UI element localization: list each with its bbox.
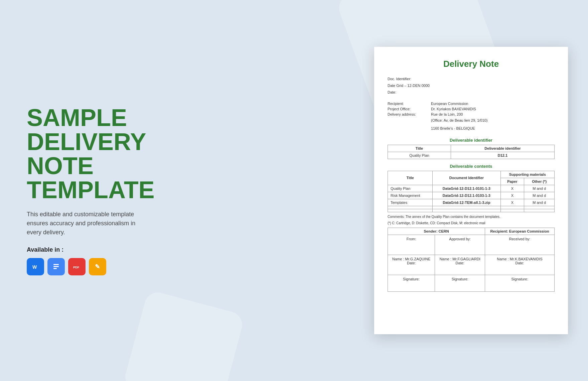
dc-row-other: M and d <box>524 192 555 199</box>
dc-row-other <box>524 209 555 212</box>
signature-table: Sender: CERN Recipient: European Commiss… <box>388 228 555 292</box>
dc-col-other: Other (*) <box>524 178 555 185</box>
left-panel: SAMPLE DELIVERY NOTE TEMPLATE This edita… <box>27 106 200 275</box>
dc-row-doc-id <box>433 209 500 212</box>
deliverable-identifier-heading: Deliverable identifier <box>388 138 555 143</box>
dc-col-title: Title <box>388 171 433 185</box>
doc-meta: Doc. Identifier: Date Grid – 12-DEN 0000… <box>388 76 555 96</box>
table-row: Name : Mr.G.ZAQUINE Date: Name : Mr.F.GA… <box>388 255 555 275</box>
table-row: Signature: Signature: Signature: <box>388 275 555 291</box>
pages-icon[interactable]: ✎ <box>89 258 106 275</box>
dc-row-doc-id: DataGrid-12-D12.1-0103-1-3 <box>433 192 500 199</box>
table-row: Quality Plan D12.1 <box>388 152 555 159</box>
dc-row-doc-id: DataGrid-12-TEM-all.1-3.zip <box>433 199 500 206</box>
docs-icon[interactable] <box>47 258 65 275</box>
dc-row-paper: X <box>500 199 524 206</box>
table-row: From: Approved by: Received by: <box>388 235 555 255</box>
project-office-value: Dr. Kyriakos BAXEVANIDIS <box>431 107 555 111</box>
pdf-icon[interactable]: PDF <box>68 258 86 275</box>
sig-approved-cell: Signature: <box>435 275 485 291</box>
deliverable-identifier-table: Title Deliverable identifier Quality Pla… <box>388 145 555 159</box>
recipient-label: Recipient: <box>388 102 431 106</box>
table-row <box>388 206 555 209</box>
dc-col-supporting: Supporting materials <box>500 171 554 178</box>
approved-cell: Approved by: <box>435 235 485 255</box>
di-row-id: D12.1 <box>451 152 554 159</box>
dc-col-doc-id: Document Identifier <box>433 171 500 185</box>
dc-row-title <box>388 206 433 209</box>
word-icon[interactable]: W <box>27 258 44 275</box>
format-icons-container: W PDF ✎ <box>27 258 200 275</box>
received-cell: Received by: <box>485 235 555 255</box>
document-title: Delivery Note <box>388 59 555 69</box>
recipient-row: Recipient: European Commission <box>388 102 555 106</box>
table-row: Risk Management DataGrid-12-D12.1-0103-1… <box>388 192 555 199</box>
project-office-label: Project Office: <box>388 107 431 111</box>
subtitle: This editable and customizable template … <box>27 210 200 237</box>
svg-text:PDF: PDF <box>73 266 80 269</box>
dc-row-other <box>524 206 555 209</box>
dc-row-title: Templates <box>388 199 433 206</box>
dc-row-paper <box>500 206 524 209</box>
svg-text:W: W <box>32 264 37 270</box>
dc-row-title: Risk Management <box>388 192 433 199</box>
delivery-address-row: Delivery address: Rue de la Loin, 200 <box>388 112 555 116</box>
di-col-id: Deliverable identifier <box>451 145 554 152</box>
name-from-cell: Name : Mr.G.ZAQUINE Date: <box>388 255 435 275</box>
comments-text: Comments: The annex of the Quality Plan … <box>388 215 555 219</box>
name-approved-cell: Name : Mr.F.GAGLIARDI Date: <box>435 255 485 275</box>
dc-row-title <box>388 209 433 212</box>
table-row: Quality Plan DataGrid-12-D12.1-0101-1-3 … <box>388 185 555 192</box>
di-row-title: Quality Plan <box>388 152 451 159</box>
delivery-address-extra: (Office: Av, de Beau lien 29, 1/010) 116… <box>431 118 555 131</box>
table-row <box>388 209 555 212</box>
svg-rect-5 <box>53 268 57 269</box>
main-title: SAMPLE DELIVERY NOTE TEMPLATE <box>27 106 200 202</box>
dc-row-doc-id: DataGrid-12-D12.1-0101-1-3 <box>433 185 500 192</box>
footnote-text: (*) C: Cartridge, D: Diskette, CD: Compa… <box>388 221 555 225</box>
sender-header: Sender: CERN <box>388 228 485 235</box>
dc-row-paper: X <box>500 192 524 199</box>
dc-row-doc-id <box>433 206 500 209</box>
delivery-address-line1: Rue de la Loin, 200 <box>431 112 555 116</box>
delivery-address-label: Delivery address: <box>388 112 431 116</box>
svg-rect-3 <box>53 264 59 265</box>
deliverable-contents-table: Title Document Identifier Supporting mat… <box>388 171 555 212</box>
dc-row-other: M and d <box>524 199 555 206</box>
available-label: Available in : <box>27 246 200 253</box>
deliverable-contents-heading: Deliverable contents <box>388 164 555 169</box>
recipient-value: European Commission <box>431 102 555 106</box>
dc-row-other: M and d <box>524 185 555 192</box>
name-received-cell: Name : Mr.K.BAXEVANIDIS Date: <box>485 255 555 275</box>
dc-row-title: Quality Plan <box>388 185 433 192</box>
table-row: Templates DataGrid-12-TEM-all.1-3.zip X … <box>388 199 555 206</box>
document-panel: Delivery Note Doc. Identifier: Date Grid… <box>374 47 568 334</box>
sig-received-cell: Signature: <box>485 275 555 291</box>
from-cell: From: <box>388 235 435 255</box>
recipient-header: Recipient: European Commission <box>485 228 555 235</box>
svg-text:✎: ✎ <box>95 263 100 270</box>
svg-rect-4 <box>53 266 59 267</box>
project-office-row: Project Office: Dr. Kyriakos BAXEVANIDIS <box>388 107 555 111</box>
info-section: Recipient: European Commission Project O… <box>388 102 555 131</box>
sig-from-cell: Signature: <box>388 275 435 291</box>
dc-row-paper <box>500 209 524 212</box>
dc-row-paper: X <box>500 185 524 192</box>
dc-col-paper: Paper <box>500 178 524 185</box>
di-col-title: Title <box>388 145 451 152</box>
